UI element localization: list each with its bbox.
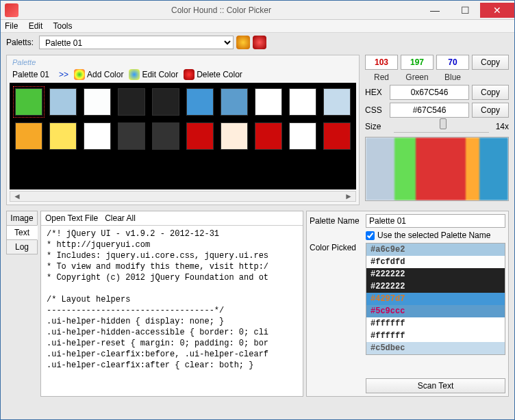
picked-color-row[interactable]: #ffffff bbox=[366, 330, 505, 342]
swatch[interactable] bbox=[255, 122, 282, 150]
swatch[interactable] bbox=[118, 122, 145, 150]
palette-select[interactable]: Palette 01 bbox=[39, 36, 234, 49]
app-icon bbox=[5, 3, 18, 17]
css-value: #67C546 bbox=[390, 103, 469, 118]
palette-name-label: Palette Name bbox=[310, 216, 363, 226]
swatch[interactable] bbox=[289, 122, 316, 150]
green-value: 197 bbox=[401, 55, 434, 70]
palette-name: Palette 01 bbox=[12, 70, 49, 79]
use-selected-checkbox[interactable]: Use the selected Palette Name bbox=[366, 231, 490, 240]
scroll-left-icon[interactable]: ◄ bbox=[13, 192, 21, 201]
swatch[interactable] bbox=[255, 88, 282, 116]
picked-color-row[interactable]: #ffffff bbox=[366, 317, 505, 330]
swatch[interactable] bbox=[49, 122, 77, 150]
red-label: Red bbox=[365, 73, 398, 82]
text-body[interactable]: /*! jQuery UI - v1.9.2 - 2012-12-31* htt… bbox=[41, 226, 303, 396]
swatch[interactable] bbox=[289, 88, 316, 116]
palette-name-input[interactable] bbox=[366, 214, 505, 228]
delete-color-button[interactable]: Delete Color bbox=[184, 69, 242, 80]
hex-value: 0x67C546 bbox=[390, 85, 469, 100]
tab-image[interactable]: Image bbox=[6, 211, 38, 226]
slider-thumb[interactable] bbox=[440, 118, 447, 129]
close-button[interactable]: ✕ bbox=[480, 3, 514, 18]
swatch[interactable] bbox=[84, 88, 111, 116]
size-label: Size bbox=[365, 122, 387, 131]
swatch[interactable] bbox=[152, 122, 179, 150]
swatch[interactable] bbox=[152, 88, 179, 116]
picked-color-row[interactable]: #222222 bbox=[366, 268, 505, 280]
picked-color-row[interactable]: #fcfdfd bbox=[366, 256, 505, 268]
picked-color-row[interactable]: #a6c9e2 bbox=[366, 244, 505, 256]
zoom-slider[interactable] bbox=[394, 120, 489, 133]
edit-color-icon bbox=[129, 69, 140, 80]
edit-color-button[interactable]: Edit Color bbox=[129, 69, 178, 80]
swatch-area bbox=[10, 83, 356, 189]
copy-rgb-button[interactable]: Copy bbox=[472, 55, 509, 70]
blue-label: Blue bbox=[436, 73, 469, 82]
zoom-value: 14x bbox=[496, 122, 509, 131]
color-picked-label: Color Picked bbox=[310, 243, 363, 252]
swatch[interactable] bbox=[49, 88, 77, 116]
tab-log[interactable]: Log bbox=[6, 239, 38, 254]
palette-remove-icon[interactable] bbox=[253, 36, 266, 49]
text-pane: Open Text File Clear All /*! jQuery UI -… bbox=[40, 211, 303, 397]
open-text-button[interactable]: Open Text File bbox=[45, 213, 98, 223]
swatch[interactable] bbox=[221, 122, 248, 150]
css-label: CSS bbox=[365, 105, 387, 115]
hex-label: HEX bbox=[365, 88, 387, 97]
green-label: Green bbox=[401, 73, 434, 82]
add-color-button[interactable]: Add Color bbox=[74, 69, 123, 80]
menu-bar: File Edit Tools bbox=[1, 20, 514, 33]
window-title: Color Hound :: Color Picker bbox=[23, 5, 420, 15]
swatch[interactable] bbox=[221, 88, 248, 116]
minimize-button[interactable]: — bbox=[420, 3, 450, 18]
color-picked-list[interactable]: #a6c9e2#fcfdfd#222222#222222#4297d7#5c9c… bbox=[366, 243, 505, 355]
swatch[interactable] bbox=[186, 88, 214, 116]
delete-color-icon bbox=[184, 69, 194, 80]
tab-text[interactable]: Text bbox=[6, 225, 38, 240]
picked-color-row[interactable]: #4297d7 bbox=[366, 293, 505, 305]
copy-css-button[interactable]: Copy bbox=[472, 103, 509, 118]
add-color-icon bbox=[74, 69, 85, 80]
palette-expand[interactable]: >> bbox=[59, 70, 68, 79]
paletts-label: Paletts: bbox=[6, 38, 34, 47]
palette-scrollbar[interactable]: ◄► bbox=[10, 191, 356, 202]
red-value: 103 bbox=[365, 55, 398, 70]
palette-group-title: Palette bbox=[8, 57, 357, 68]
swatch[interactable] bbox=[118, 88, 145, 116]
scroll-right-icon[interactable]: ► bbox=[344, 192, 353, 201]
menu-edit[interactable]: Edit bbox=[29, 21, 43, 31]
palette-group: Palette Palette 01 >> Add Color Edit Col… bbox=[6, 55, 360, 205]
palette-add-icon[interactable] bbox=[236, 36, 250, 49]
swatch[interactable] bbox=[15, 88, 42, 116]
menu-file[interactable]: File bbox=[5, 21, 18, 31]
picked-color-row[interactable]: #222222 bbox=[366, 280, 505, 293]
blue-value: 70 bbox=[436, 55, 469, 70]
swatch[interactable] bbox=[323, 88, 351, 116]
maximize-button[interactable]: ☐ bbox=[450, 3, 480, 18]
swatch[interactable] bbox=[84, 122, 111, 150]
swatch[interactable] bbox=[15, 122, 42, 150]
picked-color-row[interactable]: #c5dbec bbox=[366, 342, 505, 354]
swatch[interactable] bbox=[186, 122, 214, 150]
use-selected-cb-input[interactable] bbox=[366, 231, 375, 240]
picked-color-row[interactable]: #5c9ccc bbox=[366, 305, 505, 317]
copy-hex-button[interactable]: Copy bbox=[472, 85, 509, 100]
swatch[interactable] bbox=[323, 122, 351, 150]
magnifier-preview bbox=[365, 137, 509, 201]
scan-text-button[interactable]: Scan Text bbox=[366, 378, 505, 393]
clear-all-button[interactable]: Clear All bbox=[105, 213, 136, 223]
menu-tools[interactable]: Tools bbox=[53, 21, 73, 31]
